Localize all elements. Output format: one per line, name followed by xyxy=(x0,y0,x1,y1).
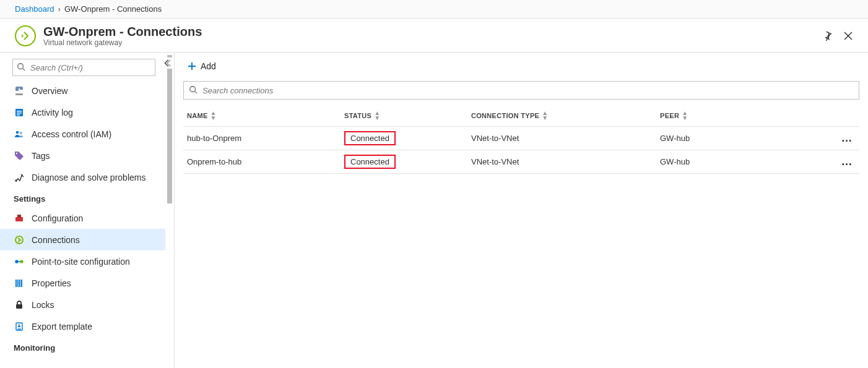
svg-point-11 xyxy=(20,132,22,134)
overview-icon xyxy=(14,86,25,96)
col-header-type[interactable]: CONNECTION TYPE▲▼ xyxy=(471,111,660,121)
search-icon xyxy=(189,85,197,94)
row-menu-button[interactable]: … xyxy=(835,155,859,168)
col-header-peer[interactable]: PEER▲▼ xyxy=(660,111,835,121)
svg-line-3 xyxy=(23,69,25,71)
sidebar-item-label: Access control (IAM) xyxy=(32,129,111,139)
cell-status: Connected xyxy=(344,155,471,169)
sidebar-item-properties[interactable]: Properties xyxy=(0,272,165,294)
main-panel: Add NAME▲▼ STATUS▲▼ CONNECTION TYPE▲▼ PE… xyxy=(175,53,868,368)
breadcrumb-root[interactable]: Dashboard xyxy=(15,4,54,14)
breadcrumb-current: GW-Onprem - Connections xyxy=(64,4,162,14)
sidebar-item-label: Export template xyxy=(32,322,92,332)
sidebar-item-label: Tags xyxy=(32,151,50,161)
add-button-label: Add xyxy=(201,61,216,71)
svg-rect-23 xyxy=(21,280,22,287)
svg-rect-4 xyxy=(19,90,20,92)
locks-icon xyxy=(14,300,25,310)
connections-search-input[interactable] xyxy=(183,81,859,100)
sidebar-item-label: Configuration xyxy=(32,213,83,223)
svg-point-5 xyxy=(19,88,20,89)
col-header-name[interactable]: NAME▲▼ xyxy=(183,111,344,121)
col-header-status[interactable]: STATUS▲▼ xyxy=(344,111,471,121)
svg-rect-14 xyxy=(15,217,23,221)
sidebar-item-activity-log[interactable]: Activity log xyxy=(0,101,165,123)
svg-rect-7 xyxy=(17,111,22,112)
svg-point-18 xyxy=(20,260,23,263)
add-button[interactable]: Add xyxy=(183,59,220,74)
svg-line-30 xyxy=(195,92,197,94)
close-icon[interactable] xyxy=(843,31,853,41)
search-icon xyxy=(17,62,25,71)
diagnose-icon xyxy=(14,173,25,182)
svg-point-16 xyxy=(15,236,23,244)
row-menu-button[interactable]: … xyxy=(835,132,859,145)
cell-type: VNet-to-VNet xyxy=(471,157,660,166)
p2s-icon xyxy=(14,257,25,267)
svg-rect-8 xyxy=(17,113,22,114)
sidebar-item-label: Connections xyxy=(32,235,80,245)
sidebar-item-label: Point-to-site configuration xyxy=(32,257,130,267)
page-title: GW-Onprem - Connections xyxy=(43,25,202,38)
properties-icon xyxy=(14,278,25,288)
sidebar-item-configuration[interactable]: Configuration xyxy=(0,207,165,229)
toolbar: Add xyxy=(175,53,868,77)
connections-table: NAME▲▼ STATUS▲▼ CONNECTION TYPE▲▼ PEER▲▼… xyxy=(183,105,859,174)
sort-icon: ▲▼ xyxy=(374,111,380,121)
sidebar-item-overview[interactable]: Overview xyxy=(0,80,165,101)
sidebar-item-label: Diagnose and solve problems xyxy=(32,173,145,182)
sidebar-item-label: Overview xyxy=(32,86,67,96)
sidebar-search-input[interactable] xyxy=(12,59,155,76)
sidebar-item-label: Locks xyxy=(32,300,54,310)
export-icon xyxy=(14,322,25,332)
sidebar-item-tags[interactable]: Tags xyxy=(0,145,165,166)
sidebar-item-locks[interactable]: Locks xyxy=(0,294,165,315)
breadcrumb: Dashboard › GW-Onprem - Connections xyxy=(0,0,868,19)
svg-rect-21 xyxy=(17,280,19,287)
sidebar-item-export[interactable]: Export template xyxy=(0,315,165,337)
svg-point-2 xyxy=(18,64,24,69)
title-bar: GW-Onprem - Connections Virtual network … xyxy=(0,19,868,53)
sidebar-item-label: Activity log xyxy=(32,108,73,118)
svg-rect-15 xyxy=(17,215,21,218)
sidebar-item-label: Properties xyxy=(32,278,71,288)
table-header: NAME▲▼ STATUS▲▼ CONNECTION TYPE▲▼ PEER▲▼ xyxy=(183,105,859,127)
nav-group-settings: Settings xyxy=(0,188,165,207)
table-row[interactable]: hub-to-OnpremConnectedVNet-to-VNetGW-hub… xyxy=(183,127,859,150)
cell-name: Onprem-to-hub xyxy=(183,157,344,166)
table-row[interactable]: Onprem-to-hubConnectedVNet-to-VNetGW-hub… xyxy=(183,150,859,174)
activity-log-icon xyxy=(14,108,25,118)
configuration-icon xyxy=(14,213,25,223)
svg-point-29 xyxy=(190,87,196,92)
sort-icon: ▲▼ xyxy=(210,111,217,121)
svg-point-17 xyxy=(15,260,18,263)
svg-point-12 xyxy=(16,152,17,153)
chevron-right-icon: › xyxy=(58,4,61,14)
svg-point-13 xyxy=(15,180,17,181)
svg-rect-20 xyxy=(15,280,17,287)
collapse-sidebar-icon[interactable] xyxy=(162,58,173,69)
svg-point-10 xyxy=(16,131,19,134)
cell-peer: GW-hub xyxy=(660,157,835,166)
pin-icon[interactable] xyxy=(822,31,832,41)
sidebar-item-connections[interactable]: Connections xyxy=(0,229,165,250)
access-control-icon xyxy=(14,129,25,139)
sidebar-item-diagnose[interactable]: Diagnose and solve problems xyxy=(0,166,165,188)
cell-status: Connected xyxy=(344,131,471,145)
sidebar: OverviewActivity logAccess control (IAM)… xyxy=(0,53,175,368)
page-subtitle: Virtual network gateway xyxy=(43,38,202,47)
tags-icon xyxy=(14,151,25,161)
svg-rect-9 xyxy=(17,114,20,116)
svg-rect-24 xyxy=(16,304,22,309)
resource-icon xyxy=(15,25,36,46)
sidebar-item-p2s[interactable]: Point-to-site configuration xyxy=(0,250,165,272)
sort-icon: ▲▼ xyxy=(542,111,548,121)
svg-rect-22 xyxy=(19,280,20,287)
sidebar-scrollbar[interactable] xyxy=(165,53,174,368)
cell-peer: GW-hub xyxy=(660,134,835,143)
cell-type: VNet-to-VNet xyxy=(471,134,660,143)
sidebar-item-access-control[interactable]: Access control (IAM) xyxy=(0,123,165,145)
cell-name: hub-to-Onprem xyxy=(183,134,344,143)
sort-icon: ▲▼ xyxy=(682,111,688,121)
nav-group-monitoring: Monitoring xyxy=(0,337,165,356)
